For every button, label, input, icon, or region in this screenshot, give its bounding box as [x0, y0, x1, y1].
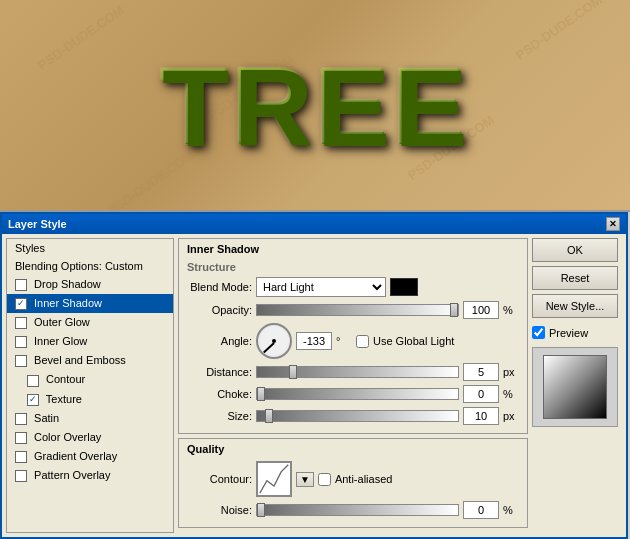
sidebar-item-inner-glow[interactable]: Inner Glow: [7, 332, 173, 351]
opacity-input[interactable]: 100: [463, 301, 499, 319]
choke-label: Choke:: [187, 388, 252, 400]
distance-slider-container: [256, 366, 459, 378]
inner-shadow-title: Inner Shadow: [187, 243, 519, 255]
sidebar-item-pattern-overlay-label: Pattern Overlay: [34, 469, 110, 481]
noise-input[interactable]: 0: [463, 501, 499, 519]
sidebar-item-styles[interactable]: Styles: [7, 239, 173, 257]
blend-mode-label: Blend Mode:: [187, 281, 252, 293]
inner-shadow-section: Inner Shadow Structure Blend Mode: Hard …: [178, 238, 528, 434]
dialog-title: Layer Style: [8, 218, 67, 230]
inner-shadow-checkbox[interactable]: [15, 298, 27, 310]
inner-glow-checkbox[interactable]: [15, 336, 27, 348]
gradient-overlay-checkbox[interactable]: [15, 451, 27, 463]
preview-label: Preview: [549, 327, 588, 339]
noise-label: Noise:: [187, 504, 252, 516]
sidebar-item-inner-shadow[interactable]: Inner Shadow: [7, 294, 173, 313]
tree-text: TREE: [160, 42, 469, 169]
contour-row: Contour: ▼ Anti-: [187, 461, 519, 497]
structure-subtitle: Structure: [187, 261, 519, 273]
choke-slider[interactable]: [256, 388, 459, 400]
noise-slider-container: [256, 504, 459, 516]
blend-mode-select[interactable]: Hard Light Normal Multiply Screen Overla…: [256, 277, 386, 297]
angle-dial[interactable]: [256, 323, 292, 359]
distance-input[interactable]: 5: [463, 363, 499, 381]
anti-alias-row: Anti-aliased: [318, 473, 392, 486]
blend-mode-color-swatch[interactable]: [390, 278, 418, 296]
close-button[interactable]: ✕: [606, 217, 620, 231]
preview-inner: [543, 355, 607, 419]
sidebar-item-pattern-overlay[interactable]: Pattern Overlay: [7, 466, 173, 485]
sidebar-item-blending-label: Blending Options: Custom: [15, 260, 143, 272]
contour-checkbox[interactable]: [27, 375, 39, 387]
size-label: Size:: [187, 410, 252, 422]
quality-section: Quality Contour: ▼: [178, 438, 528, 528]
contour-dropdown-btn[interactable]: ▼: [296, 472, 314, 487]
opacity-slider[interactable]: [256, 304, 459, 316]
sidebar-item-contour-label: Contour: [46, 373, 85, 385]
size-slider[interactable]: [256, 410, 459, 422]
sidebar-item-bevel-emboss[interactable]: Bevel and Emboss: [7, 351, 173, 370]
anti-aliased-label: Anti-aliased: [335, 473, 392, 485]
sidebar-item-texture-label: Texture: [46, 393, 82, 405]
outer-glow-checkbox[interactable]: [15, 317, 27, 329]
use-global-light-label: Use Global Light: [373, 335, 454, 347]
opacity-slider-container: [256, 304, 459, 316]
sidebar-item-drop-shadow-label: Drop Shadow: [34, 278, 101, 290]
sidebar-item-texture[interactable]: Texture: [7, 390, 173, 409]
size-slider-container: [256, 410, 459, 422]
sidebar-item-drop-shadow[interactable]: Drop Shadow: [7, 275, 173, 294]
styles-panel: Styles Blending Options: Custom Drop Sha…: [6, 238, 174, 533]
sidebar-item-inner-shadow-label: Inner Shadow: [34, 297, 102, 309]
canvas-area: PSD-DUDE.COM PSD-DUDE.COM PSD-DUDE.COM P…: [0, 0, 630, 210]
watermark-4: PSD-DUDE.COM: [513, 0, 605, 63]
contour-thumbnail[interactable]: [256, 461, 292, 497]
angle-control: [256, 323, 292, 359]
noise-slider[interactable]: [256, 504, 459, 516]
opacity-label: Opacity:: [187, 304, 252, 316]
opacity-row: Opacity: 100 %: [187, 301, 519, 319]
dialog-titlebar: Layer Style ✕: [2, 214, 626, 234]
color-overlay-checkbox[interactable]: [15, 432, 27, 444]
sidebar-item-bevel-emboss-label: Bevel and Emboss: [34, 354, 126, 366]
quality-contour-label: Contour:: [187, 473, 252, 485]
texture-checkbox[interactable]: [27, 394, 39, 406]
choke-slider-container: [256, 388, 459, 400]
sidebar-item-inner-glow-label: Inner Glow: [34, 335, 87, 347]
sidebar-item-outer-glow-label: Outer Glow: [34, 316, 90, 328]
sidebar-item-gradient-overlay[interactable]: Gradient Overlay: [7, 447, 173, 466]
angle-row: Angle: -133 ° Use Global Light: [187, 323, 519, 359]
new-style-button[interactable]: New Style...: [532, 294, 618, 318]
distance-unit: px: [503, 366, 519, 378]
satin-checkbox[interactable]: [15, 413, 27, 425]
sidebar-item-gradient-overlay-label: Gradient Overlay: [34, 450, 117, 462]
sidebar-item-color-overlay-label: Color Overlay: [34, 431, 101, 443]
sidebar-item-satin[interactable]: Satin: [7, 409, 173, 428]
choke-row: Choke: 0 %: [187, 385, 519, 403]
pattern-overlay-checkbox[interactable]: [15, 470, 27, 482]
distance-row: Distance: 5 px: [187, 363, 519, 381]
bevel-emboss-checkbox[interactable]: [15, 355, 27, 367]
sidebar-item-blending[interactable]: Blending Options: Custom: [7, 257, 173, 275]
preview-box: [532, 347, 618, 427]
buttons-panel: OK Reset New Style... Preview: [532, 238, 622, 533]
anti-aliased-checkbox[interactable]: [318, 473, 331, 486]
preview-checkbox[interactable]: [532, 326, 545, 339]
ok-button[interactable]: OK: [532, 238, 618, 262]
noise-unit: %: [503, 504, 519, 516]
preview-label-row: Preview: [532, 326, 622, 339]
drop-shadow-checkbox[interactable]: [15, 279, 27, 291]
choke-input[interactable]: 0: [463, 385, 499, 403]
angle-input[interactable]: -133: [296, 332, 332, 350]
size-unit: px: [503, 410, 519, 422]
use-global-light-checkbox[interactable]: [356, 335, 369, 348]
sidebar-item-outer-glow[interactable]: Outer Glow: [7, 313, 173, 332]
reset-button[interactable]: Reset: [532, 266, 618, 290]
sidebar-item-color-overlay[interactable]: Color Overlay: [7, 428, 173, 447]
sidebar-item-satin-label: Satin: [34, 412, 59, 424]
size-input[interactable]: 10: [463, 407, 499, 425]
main-panel: Inner Shadow Structure Blend Mode: Hard …: [178, 238, 528, 533]
blend-mode-row: Blend Mode: Hard Light Normal Multiply S…: [187, 277, 519, 297]
sidebar-item-contour[interactable]: Contour: [7, 370, 173, 389]
global-light-row: Use Global Light: [356, 335, 454, 348]
distance-slider[interactable]: [256, 366, 459, 378]
